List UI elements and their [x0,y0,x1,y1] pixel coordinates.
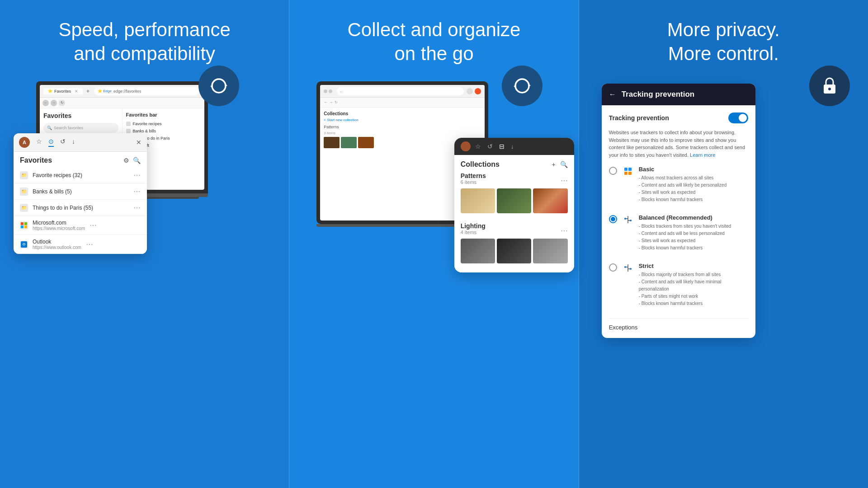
avatar [461,141,471,151]
sync-icon-circle-1 [198,66,239,106]
fav-card-header: A ☆ ⊙ ↺ ↓ ✕ [14,133,147,152]
lighting-thumb-1 [461,239,495,263]
privacy-description: Websites use trackers to collect info ab… [609,129,748,159]
svg-marker-0 [225,83,227,86]
svg-point-5 [828,88,831,90]
svg-point-9 [624,218,626,220]
sync-icon-circle-2 [502,66,542,106]
lighting-thumb-2 [497,239,531,263]
lighting-more-icon[interactable]: ⋯ [561,226,568,235]
fav-list-item-microsoft[interactable]: Microsoft.com https://www.microsoft.com … [14,216,147,235]
svg-point-14 [624,266,626,268]
more-icon[interactable]: ⋯ [133,171,141,179]
exceptions-row[interactable]: Exceptions [609,318,748,331]
fav-list-item-recipes[interactable]: 📁 Favorite recipes (32) ⋯ [14,167,147,183]
start-collection-link[interactable]: + Start new collection [324,118,481,122]
collections-browser-title: Collections [324,111,481,116]
fav-list-item-paris[interactable]: 📁 Things to do in Paris (55) ⋯ [14,200,147,216]
browser-tab: ⭐ Favorites ✕ [43,88,83,94]
fav-item-label: Outlook [33,239,81,245]
balanced-details: - Blocks trackers from sites you haven't… [639,223,748,252]
fav-search[interactable]: 🔍 Search favorites [43,123,118,133]
browser-nav: ← → ↻ [40,98,204,108]
basic-title: Basic [639,166,748,173]
panel-privacy: More privacy.More control. ← Tracking pr… [579,0,868,488]
close-button[interactable]: ✕ [136,139,142,146]
lighting-count: 4 items [461,230,486,235]
lighting-thumbnails [461,239,568,263]
collections-body: Collections + 🔍 Patterns 6 items ⋯ [454,155,574,272]
back-button[interactable]: ← [609,90,616,99]
patterns-title: Patterns [461,172,486,179]
panel-1-title: Speed, performanceand compatibility [58,18,231,66]
microsoft-logo [20,221,28,230]
fav-item-label: Things to do in Paris (55) [33,205,129,211]
download-tab-icon[interactable]: ↓ [511,143,514,150]
balanced-icon [623,214,633,225]
history2-icon[interactable]: ↺ [60,138,66,147]
collections-card: ☆ ↺ ⊟ ↓ Collections + 🔍 Patterns 6 item [454,138,574,272]
tracking-prevention-title: Tracking prevention [622,90,695,99]
svg-point-10 [630,220,632,221]
more-icon[interactable]: ⋯ [90,221,97,230]
patterns-section: Patterns 6 items ⋯ [454,172,574,222]
download-icon[interactable]: ↓ [72,138,75,147]
collections-tab-icon[interactable]: ⊟ [499,143,505,150]
fav-panel-title: Favorites [43,112,118,119]
more-icon[interactable]: ⋯ [133,203,141,212]
folder-icon: 📁 [20,188,28,196]
favorites-card: A ☆ ⊙ ↺ ↓ ✕ Favorites ⚙ 🔍 📁 Favorite rec… [14,133,147,254]
basic-icon [623,166,633,177]
search-collections-icon[interactable]: 🔍 [560,161,568,168]
learn-more-link[interactable]: Learn more [690,152,715,158]
collections-card-header: ☆ ↺ ⊟ ↓ [454,138,574,155]
history-tab-icon[interactable]: ↺ [487,143,493,150]
patterns-more-icon[interactable]: ⋯ [561,176,568,185]
add-collection-icon[interactable]: + [552,161,555,168]
panel-speed: Speed, performanceand compatibility ⭐ Fa… [0,0,289,488]
address-bar: ⭐ Edge edge://favorites [94,87,199,95]
fav-item-label: Microsoft.com [33,220,85,226]
privacy-header: ← Tracking prevention [602,84,755,105]
strict-details: - Blocks majority of trackers from all s… [639,271,748,307]
strict-option[interactable]: Strict - Blocks majority of trackers fro… [609,263,748,311]
basic-radio[interactable] [609,167,617,175]
panel-collections: Collect and organizeon the go ... [289,0,579,488]
panel-2-title: Collect and organizeon the go [348,18,521,66]
fav-list-item-banks[interactable]: 📁 Banks & bills (5) ⋯ [14,183,147,200]
privacy-card: ← Tracking prevention Tracking preventio… [602,84,755,338]
fav-bar-title: Favorites bar [126,112,201,117]
strict-radio[interactable] [609,263,617,272]
avatar: A [19,137,30,148]
basic-option[interactable]: Basic - Allows most trackers across all … [609,166,748,207]
collections-title: Collections [461,160,500,169]
tracking-toggle[interactable] [728,113,748,123]
lighting-section: Lighting 4 items ⋯ [454,222,574,272]
strict-icon [623,263,633,273]
lock-icon-circle [809,66,850,106]
patterns-thumbnails [461,188,568,213]
lighting-thumb-3 [533,239,567,263]
lighting-title: Lighting [461,222,486,230]
pattern-thumb-2 [497,188,531,213]
patterns-count: 6 items [461,179,486,185]
strict-title: Strict [639,263,748,269]
search-icon[interactable]: 🔍 [133,157,141,164]
svg-marker-1 [210,86,213,89]
more-icon[interactable]: ⋯ [86,240,93,249]
more-icon[interactable]: ⋯ [133,187,141,196]
star-icon[interactable]: ☆ [36,138,42,147]
basic-details: - Allows most trackers across all sites … [639,174,748,203]
fav-item-label: Favorite recipes (32) [33,172,129,178]
exceptions-label: Exceptions [609,324,638,331]
balanced-option[interactable]: Balanced (Recommended) - Blocks trackers… [609,214,748,255]
balanced-radio[interactable] [609,215,617,223]
fav-item-url: https://www.microsoft.com [33,226,85,231]
collections-addr: ... [337,87,464,95]
manage-icon[interactable]: ⚙ [123,157,129,164]
history-icon[interactable]: ⊙ [48,138,54,147]
outlook-logo: O [20,240,28,249]
fav-list-item-outlook[interactable]: O Outlook https://www.outlook.com ⋯ [14,235,147,254]
star-tab-icon[interactable]: ☆ [475,143,481,150]
pattern-thumb-3 [533,188,567,213]
